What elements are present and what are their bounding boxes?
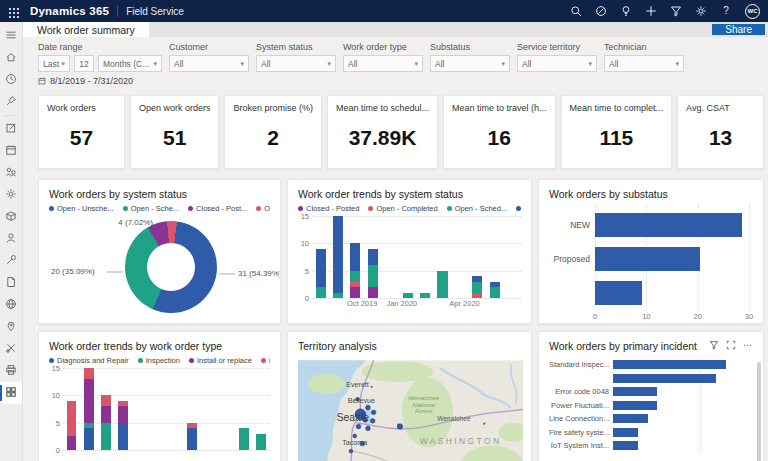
filter-select[interactable]: All▾: [256, 55, 336, 72]
user-avatar[interactable]: WC: [745, 4, 760, 19]
territory-map[interactable]: EverettBellevueSeattleTacomaWenatcheeNat…: [298, 356, 523, 461]
sidebar-item-dashboards[interactable]: [0, 382, 22, 404]
filter-select[interactable]: All▾: [169, 55, 249, 72]
map-data-point[interactable]: [353, 434, 357, 438]
stacked-bar[interactable]: [490, 282, 500, 298]
bar[interactable]: [613, 374, 716, 383]
filter-select[interactable]: All▾: [430, 55, 510, 72]
filter-icon[interactable]: [670, 5, 682, 17]
legend-item[interactable]: Open - Completed: [368, 204, 437, 213]
legend-item[interactable]: Open - Unsc...: [516, 204, 521, 213]
scrollbar[interactable]: [757, 362, 761, 461]
settings-gear-icon[interactable]: [695, 5, 707, 17]
legend-item[interactable]: Open - C...: [256, 204, 270, 213]
sidebar-item-calendar[interactable]: [0, 140, 22, 162]
sidebar-item-contacts[interactable]: [0, 228, 22, 250]
sidebar-item-pinned[interactable]: [0, 91, 22, 113]
bar[interactable]: [613, 401, 657, 410]
stacked-bar[interactable]: [368, 249, 378, 298]
bar[interactable]: [595, 247, 700, 271]
kpi-card-open-work-orders[interactable]: Open work orders 51: [130, 95, 220, 169]
sidebar-item-create-note[interactable]: [0, 118, 22, 140]
legend-item[interactable]: Closed - Post...: [188, 204, 247, 213]
stacked-bar[interactable]: [101, 395, 111, 450]
share-button[interactable]: Share: [712, 24, 765, 35]
legend-item[interactable]: Inspection: [138, 356, 180, 365]
search-icon[interactable]: [570, 5, 582, 17]
bar[interactable]: [595, 281, 642, 305]
map-data-point[interactable]: [371, 410, 376, 415]
stacked-bar[interactable]: [67, 401, 77, 450]
map-data-point[interactable]: [356, 424, 361, 429]
sidebar-item-resources[interactable]: [0, 162, 22, 184]
bar[interactable]: [613, 428, 638, 437]
bar[interactable]: [613, 441, 638, 450]
sidebar-item-documents[interactable]: [0, 272, 22, 294]
kpi-card-mean-time-to-complet[interactable]: Mean time to complet... 115: [561, 95, 673, 169]
legend-item[interactable]: Open - Unsche...: [49, 204, 114, 213]
add-icon[interactable]: [645, 5, 657, 17]
stacked-bar[interactable]: [239, 428, 249, 450]
sidebar-item-territories[interactable]: [0, 316, 22, 338]
stacked-bar[interactable]: [333, 216, 343, 298]
waffle-menu-icon[interactable]: [8, 5, 20, 17]
legend-item[interactable]: Install or replace: [189, 356, 252, 365]
legend-item[interactable]: Open - Sched...: [447, 204, 508, 213]
bar[interactable]: [613, 387, 657, 396]
filter-select[interactable]: All▾: [343, 55, 423, 72]
date-range-mode-select[interactable]: Last▾: [38, 55, 70, 72]
map-data-point[interactable]: [349, 449, 353, 453]
app-name[interactable]: Field Service: [126, 6, 184, 17]
stacked-bar[interactable]: [84, 368, 94, 450]
sidebar-item-products[interactable]: [0, 294, 22, 316]
map-data-point[interactable]: [366, 426, 371, 431]
chart-title: Work orders by system status: [49, 188, 270, 200]
map-data-point[interactable]: [397, 424, 402, 429]
stacked-bar[interactable]: [350, 243, 360, 298]
sidebar-item-service-tasks[interactable]: [0, 338, 22, 360]
stacked-bar[interactable]: [316, 249, 326, 298]
focus-mode-icon[interactable]: [726, 340, 736, 350]
kpi-card-broken-promise[interactable]: Broken promise (%) 2: [224, 95, 322, 169]
brand-title[interactable]: Dynamics 365: [30, 5, 109, 17]
category-label: Line Connection...: [549, 414, 613, 423]
map-canvas[interactable]: EverettBellevueSeattleTacomaWenatcheeNat…: [298, 356, 523, 461]
resources-icon: [5, 164, 17, 182]
legend-item[interactable]: Open - Sche...: [123, 204, 179, 213]
legend-item[interactable]: Preventative Mai...: [261, 356, 270, 365]
bar-segment: [67, 436, 77, 450]
stacked-bar[interactable]: [118, 401, 128, 450]
tab-work-order-summary[interactable]: Work order summary: [23, 22, 149, 37]
map-data-point[interactable]: [370, 419, 375, 424]
stacked-bar[interactable]: [256, 434, 266, 450]
sidebar-item-home[interactable]: [0, 47, 22, 69]
lightbulb-icon[interactable]: [620, 5, 632, 17]
filter-select[interactable]: All▾: [604, 55, 684, 72]
kpi-card-mean-time-to-schedul[interactable]: Mean time to schedul... 37.89K: [327, 95, 438, 169]
legend-item[interactable]: Diagnosis and Repair: [49, 356, 129, 365]
bar[interactable]: [595, 213, 742, 237]
sidebar-item-field-tools[interactable]: [0, 250, 22, 272]
bar[interactable]: [613, 360, 726, 369]
filter-select[interactable]: All▾: [517, 55, 597, 72]
sidebar-item-print[interactable]: [0, 360, 22, 382]
sidebar-item-settings[interactable]: [0, 184, 22, 206]
date-range-count-input[interactable]: 12: [74, 55, 94, 72]
kpi-card-work-orders[interactable]: Work orders 57: [38, 95, 125, 169]
kpi-card-mean-time-to-travel-h[interactable]: Mean time to travel (h... 16: [443, 95, 556, 169]
donut-slices[interactable]: [125, 221, 217, 313]
sidebar-item-recent[interactable]: [0, 69, 22, 91]
more-options-icon[interactable]: ⋯: [743, 342, 753, 348]
stacked-bar[interactable]: [437, 271, 447, 298]
map-data-point[interactable]: [366, 405, 371, 410]
stacked-bar[interactable]: [472, 276, 482, 298]
help-icon[interactable]: ?: [720, 5, 732, 17]
filter-icon[interactable]: [709, 340, 719, 350]
teams-compass-icon[interactable]: [595, 5, 607, 17]
stacked-bar[interactable]: [187, 423, 197, 450]
sidebar-item-assets[interactable]: [0, 206, 22, 228]
bar[interactable]: [613, 414, 648, 423]
date-range-unit-select[interactable]: Months (C...▾: [98, 55, 162, 72]
kpi-card-avg-csat[interactable]: Avg. CSAT 13: [677, 95, 764, 169]
sidebar-item-menu[interactable]: [0, 25, 22, 47]
